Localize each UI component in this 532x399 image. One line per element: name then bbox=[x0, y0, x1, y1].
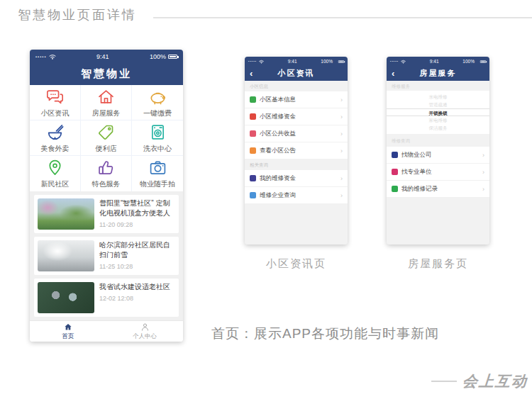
section-header: 小区信息 bbox=[245, 81, 348, 91]
item-label: 我的维修记录 bbox=[401, 185, 438, 193]
item-label: 小区公共收益 bbox=[260, 130, 296, 138]
home-page-annotation: 首页：展示APP各项功能与时事新闻 bbox=[211, 325, 439, 343]
picker-option[interactable]: 家电维修 bbox=[387, 116, 489, 124]
picker-option-selected[interactable]: 开锁换锁 bbox=[387, 108, 489, 116]
item-icon bbox=[392, 169, 398, 175]
camera-icon bbox=[148, 158, 167, 177]
battery-icon bbox=[480, 60, 486, 63]
page-title: 智慧物业页面详情 bbox=[18, 6, 137, 23]
service-picker[interactable]: 水电维修 管道疏通 开锁换锁 家电维修 保洁服务 bbox=[387, 91, 489, 134]
caption-house-page: 房屋服务页 bbox=[387, 257, 489, 271]
grid-item-label: 小区资讯 bbox=[41, 108, 70, 118]
list-item-repair-fund[interactable]: 小区维修资金 › bbox=[245, 108, 348, 125]
news-item[interactable]: 普阳里“智慧社区” 定制化电视机顶盒方便老人 11-20 09:28 bbox=[34, 195, 179, 233]
battery-icon bbox=[168, 55, 177, 59]
picker-option[interactable]: 水电维修 bbox=[387, 93, 489, 101]
grid-item-label: 美食外卖 bbox=[41, 144, 70, 154]
home-icon bbox=[63, 322, 73, 332]
item-icon bbox=[250, 130, 256, 137]
title-divider-line bbox=[153, 17, 532, 18]
screen-filler bbox=[387, 198, 489, 245]
status-bar: ••••• 9:41 100% bbox=[245, 57, 348, 66]
house-service-screen-mockup: ••••• 9:41 100% ‹ 房屋服务 维修服务 水电维修 管道疏通 开锁… bbox=[387, 57, 489, 245]
status-time: 9:41 bbox=[430, 59, 439, 64]
list-item-community-basic-info[interactable]: 小区基本信息 › bbox=[245, 91, 348, 108]
list-item-my-repair-fund[interactable]: 我的维修资金 › bbox=[245, 170, 348, 187]
grid-item-house-service[interactable]: 房屋服务 bbox=[81, 85, 132, 120]
list-item-community-notice[interactable]: 查看小区公告 › bbox=[245, 142, 348, 159]
news-list: 普阳里“智慧社区” 定制化电视机顶盒方便老人 11-20 09:28 哈尔滨部分… bbox=[30, 191, 183, 320]
back-icon[interactable]: ‹ bbox=[250, 66, 254, 81]
house-icon bbox=[96, 87, 116, 106]
section-header: 相关查询 bbox=[245, 159, 348, 170]
tab-personal-center[interactable]: 个人中心 bbox=[106, 321, 183, 342]
wifi-icon bbox=[49, 54, 56, 60]
design-spec-page: 智慧物业页面详情 ••••• 9:41 100% 智慧物业 bbox=[0, 0, 532, 399]
item-icon bbox=[250, 147, 256, 154]
picker-option[interactable]: 管道疏通 bbox=[387, 101, 489, 108]
grid-item-laundry-center[interactable]: 洗衣中心 bbox=[132, 120, 183, 156]
status-bar: ••••• 9:41 100% bbox=[30, 50, 183, 64]
item-icon bbox=[392, 186, 398, 192]
wifi-icon bbox=[401, 60, 406, 64]
battery-percent: 100% bbox=[321, 59, 333, 64]
status-bar: ••••• 9:41 100% bbox=[387, 57, 489, 66]
caption-community-page: 小区资讯页 bbox=[245, 257, 348, 271]
nav-bar: ‹ 房屋服务 bbox=[387, 66, 489, 81]
location-pin-icon bbox=[45, 158, 65, 177]
screen-filler bbox=[245, 204, 348, 245]
home-function-grid: 小区资讯 房屋服务 一键缴费 bbox=[30, 85, 183, 191]
grid-item-community-news[interactable]: 小区资讯 bbox=[30, 85, 81, 120]
item-label: 查看小区公告 bbox=[260, 147, 296, 155]
tab-home[interactable]: 首页 bbox=[30, 321, 106, 342]
chat-bubbles-icon bbox=[45, 87, 65, 106]
tab-label: 首页 bbox=[62, 332, 74, 341]
list-item-repair-company-query[interactable]: 维修企业查询 › bbox=[245, 187, 348, 204]
grid-item-label: 房屋服务 bbox=[92, 108, 121, 118]
grid-item-property-snapshot[interactable]: 物业随手拍 bbox=[132, 156, 183, 191]
grid-item-label: 洗衣中心 bbox=[143, 144, 172, 154]
news-thumbnail bbox=[38, 240, 94, 271]
grid-item-featured-service[interactable]: 特色服务 bbox=[81, 156, 132, 191]
community-news-screen-mockup: ••••• 9:41 100% ‹ 小区资讯 小区信息 小区基本信息 › bbox=[245, 57, 348, 245]
item-label: 我的维修资金 bbox=[260, 174, 296, 183]
bowl-chopsticks-icon bbox=[45, 123, 65, 142]
thumbs-up-icon bbox=[96, 158, 116, 177]
item-icon bbox=[250, 192, 256, 198]
list-item-my-repair-records[interactable]: 我的维修记录 › bbox=[387, 181, 489, 198]
nav-title: 小区资讯 bbox=[278, 69, 315, 77]
battery-percent: 100% bbox=[462, 59, 475, 64]
news-thumbnail bbox=[38, 198, 94, 230]
item-label: 小区基本信息 bbox=[260, 96, 296, 104]
news-item[interactable]: 哈尔滨部分社区居民自扫门前雪 11-25 10:28 bbox=[34, 237, 179, 275]
news-item[interactable]: 我省试水建设适老社区 12-02 12:08 bbox=[34, 279, 179, 317]
grid-item-label: 特色服务 bbox=[92, 179, 121, 189]
back-icon[interactable]: ‹ bbox=[392, 66, 396, 81]
nav-title: 房屋服务 bbox=[420, 69, 457, 77]
signal-dots-icon: ••••• bbox=[390, 60, 399, 63]
grid-item-label: 一键缴费 bbox=[143, 108, 172, 118]
section-header: 维修查询 bbox=[387, 134, 489, 147]
section-header: 维修服务 bbox=[387, 81, 489, 91]
chevron-right-icon: › bbox=[340, 175, 343, 182]
washing-machine-icon bbox=[148, 123, 167, 142]
grid-item-one-key-payment[interactable]: 一键缴费 bbox=[132, 85, 183, 120]
item-icon bbox=[392, 152, 398, 158]
list-item-find-property-company[interactable]: 找物业公司 › bbox=[387, 147, 489, 164]
chevron-right-icon: › bbox=[340, 96, 343, 103]
grid-item-convenience-store[interactable]: 便利店 bbox=[81, 120, 132, 156]
grid-item-food-delivery[interactable]: 美食外卖 bbox=[30, 120, 81, 156]
chevron-right-icon: › bbox=[482, 152, 484, 159]
item-label: 维修企业查询 bbox=[260, 191, 296, 200]
item-icon bbox=[250, 175, 256, 181]
grid-item-community[interactable]: 新民社区 bbox=[30, 156, 81, 191]
news-time: 12-02 12:08 bbox=[99, 295, 170, 302]
item-icon bbox=[250, 96, 256, 103]
item-label: 找物业公司 bbox=[401, 151, 432, 159]
news-time: 11-25 10:28 bbox=[99, 263, 175, 270]
battery-icon bbox=[338, 60, 344, 63]
list-item-public-income[interactable]: 小区公共收益 › bbox=[245, 125, 348, 142]
news-time: 11-20 09:28 bbox=[99, 221, 175, 228]
list-item-find-professional-unit[interactable]: 找专业单位 › bbox=[387, 164, 489, 181]
picker-option[interactable]: 保洁服务 bbox=[387, 124, 489, 132]
